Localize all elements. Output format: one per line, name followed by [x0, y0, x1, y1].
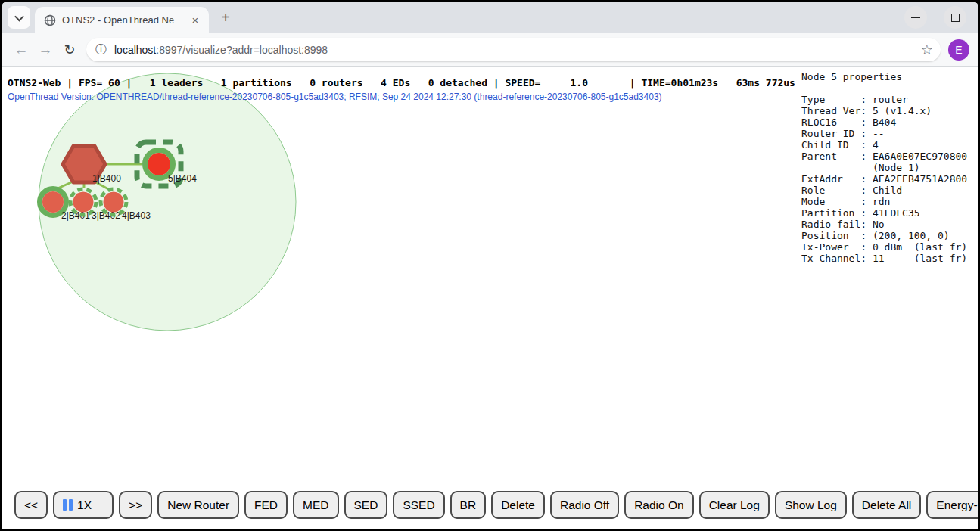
visualizer-page: 1|B4005|B4042|B4013|B4024|B403 OTNS2-Web…	[2, 67, 978, 529]
button-label: >>	[129, 498, 142, 512]
address-bar[interactable]: ⓘ localhost:8997/visualize?addr=localhos…	[86, 38, 941, 61]
button-label: <<	[24, 498, 38, 512]
node-label: 1|B400	[92, 173, 121, 184]
node-label: 5|B404	[168, 173, 197, 184]
button-label: Delete	[501, 498, 535, 512]
node-core	[73, 192, 94, 213]
maximize-button[interactable]	[944, 6, 966, 29]
forward-button[interactable]: →	[33, 38, 58, 62]
button-fed[interactable]: FED	[244, 491, 288, 519]
button-label: 1X	[77, 498, 92, 512]
button-radio-on[interactable]: Radio On	[624, 491, 693, 519]
node-core	[42, 191, 64, 213]
maximize-icon	[951, 14, 960, 22]
button-new-router[interactable]: New Router	[157, 491, 239, 519]
button-ssed[interactable]: SSED	[393, 491, 444, 519]
button-btn[interactable]: >>	[119, 491, 152, 519]
bookmark-star-icon[interactable]: ☆	[921, 42, 933, 58]
browser-window: OTNS2 - OpenThread Ne × + ← → ↻ ⓘ localh…	[0, 0, 980, 531]
node-label: 4|B403	[122, 210, 151, 221]
tab-close-icon[interactable]: ×	[188, 13, 203, 28]
minimize-button[interactable]	[904, 6, 927, 29]
button-label: New Router	[167, 498, 229, 512]
node-core	[104, 192, 124, 213]
button-label: Show Log	[785, 498, 837, 512]
button-label: FED	[254, 498, 278, 512]
button-show-log[interactable]: Show Log	[775, 491, 847, 519]
node-properties-title: Node 5 properties	[801, 71, 975, 82]
button-label: Delete All	[862, 498, 911, 512]
reload-button[interactable]: ↻	[58, 38, 82, 62]
button-med[interactable]: MED	[293, 491, 338, 519]
new-tab-button[interactable]: +	[215, 7, 236, 28]
back-button[interactable]: ←	[9, 38, 33, 62]
button-label: SSED	[403, 498, 434, 512]
button-sed[interactable]: SED	[344, 491, 388, 519]
button-label: Energy-stats ↗	[936, 498, 978, 512]
button-clear-log[interactable]: Clear Log	[699, 491, 770, 519]
version-line: OpenThread Version: OPENTHREAD/thread-re…	[8, 92, 662, 102]
button-label: Radio On	[634, 498, 683, 512]
url-host: localhost	[114, 44, 156, 56]
node-properties-panel: Node 5 properties Type : router Thread V…	[795, 67, 978, 272]
browser-toolbar: ← → ↻ ⓘ localhost:8997/visualize?addr=lo…	[2, 33, 978, 67]
button-label: Clear Log	[709, 498, 760, 512]
button-br[interactable]: BR	[450, 491, 487, 519]
action-bar: <<1X>>New RouterFEDMEDSEDSSEDBRDeleteRad…	[14, 491, 978, 519]
node-properties-body: Type : router Thread Ver: 5 (v1.4.x) RLO…	[801, 94, 975, 264]
button-delete[interactable]: Delete	[491, 491, 545, 519]
button-label: MED	[303, 498, 328, 512]
window-controls	[904, 6, 966, 29]
tab-otns2[interactable]: OTNS2 - OpenThread Ne ×	[35, 7, 209, 33]
tab-title: OTNS2 - OpenThread Ne	[62, 14, 177, 26]
button-delete-all[interactable]: Delete All	[852, 491, 921, 519]
button-1x[interactable]: 1X	[53, 491, 114, 519]
node-core	[148, 153, 170, 175]
button-btn[interactable]: <<	[14, 491, 48, 519]
simulation-status-line: OTNS2-Web | FPS= 60 | 1 leaders 1 partit…	[8, 77, 795, 88]
tab-strip: OTNS2 - OpenThread Ne × +	[2, 2, 978, 33]
url-path: :8997/visualize?addr=localhost:8998	[156, 44, 328, 56]
tab-search-button[interactable]	[8, 6, 30, 29]
pause-icon	[63, 499, 73, 511]
minimize-icon	[911, 17, 920, 18]
site-info-icon[interactable]: ⓘ	[95, 42, 107, 57]
button-radio-off[interactable]: Radio Off	[550, 491, 619, 519]
avatar[interactable]: E	[948, 39, 969, 61]
globe-icon	[44, 14, 56, 26]
chevron-down-icon	[14, 11, 24, 21]
button-label: BR	[460, 498, 477, 512]
url-text: localhost:8997/visualize?addr=localhost:…	[114, 44, 915, 56]
button-label: SED	[354, 498, 378, 512]
button-label: Radio Off	[560, 498, 609, 512]
button-energy-stats[interactable]: Energy-stats ↗	[926, 491, 978, 519]
